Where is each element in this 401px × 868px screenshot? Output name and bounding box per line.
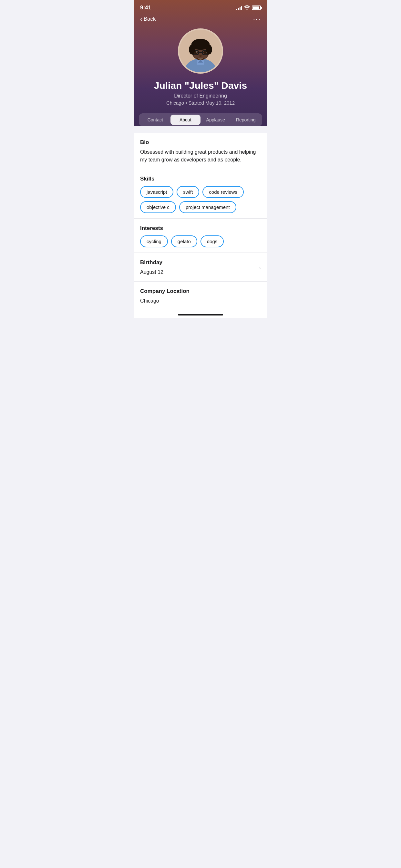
- status-bar: 9:41: [134, 0, 267, 13]
- interest-tag-gelato: gelato: [171, 236, 197, 247]
- interests-tags: cycling gelato dogs: [140, 236, 261, 247]
- home-indicator-area: [134, 310, 267, 318]
- skill-tag-project-management: project management: [179, 201, 236, 213]
- company-location-section: Company Location Chicago: [134, 282, 267, 310]
- profile-location: Chicago • Started May 10, 2012: [134, 100, 267, 105]
- bio-section: Bio Obsessed with building great product…: [134, 133, 267, 169]
- tab-reporting[interactable]: Reporting: [231, 115, 261, 125]
- tab-applause[interactable]: Applause: [201, 115, 231, 125]
- interests-title: Interests: [140, 225, 261, 231]
- back-label: Back: [144, 16, 156, 22]
- skills-section: Skills javascript swift code reviews obj…: [134, 169, 267, 219]
- birthday-section[interactable]: Birthday August 12 ›: [134, 253, 267, 282]
- skill-tag-objective-c: objective c: [140, 201, 176, 213]
- wifi-icon: [244, 5, 250, 11]
- home-bar: [178, 314, 223, 315]
- status-icons: [236, 5, 261, 11]
- tabs-container: Contact About Applause Reporting: [139, 113, 262, 126]
- skill-tag-code-reviews: code reviews: [203, 186, 244, 198]
- tab-about[interactable]: About: [171, 115, 201, 125]
- profile-title: Director of Engineering: [134, 93, 267, 99]
- interest-tag-cycling: cycling: [140, 236, 168, 247]
- company-location-value: Chicago: [140, 297, 261, 305]
- svg-point-14: [196, 51, 197, 53]
- status-time: 9:41: [140, 4, 151, 11]
- bio-title: Bio: [140, 139, 261, 146]
- more-button[interactable]: ···: [253, 15, 261, 23]
- company-location-title: Company Location: [140, 288, 261, 294]
- birthday-title: Birthday: [140, 259, 163, 266]
- interest-tag-dogs: dogs: [201, 236, 224, 247]
- avatar: [178, 28, 223, 73]
- birthday-row[interactable]: Birthday August 12 ›: [140, 259, 261, 276]
- more-dots-icon: ···: [253, 15, 261, 23]
- svg-point-19: [206, 44, 212, 54]
- back-button[interactable]: ‹ Back: [140, 16, 156, 22]
- skills-title: Skills: [140, 176, 261, 182]
- interests-section: Interests cycling gelato dogs: [134, 219, 267, 253]
- back-chevron-icon: ‹: [140, 16, 143, 22]
- content-area: Bio Obsessed with building great product…: [134, 133, 267, 310]
- battery-icon: [252, 5, 261, 10]
- tab-contact[interactable]: Contact: [140, 115, 171, 125]
- profile-name: Julian "Jules" Davis: [134, 80, 267, 91]
- avatar-container: [134, 28, 267, 73]
- skill-tag-swift: swift: [177, 186, 199, 198]
- signal-icon: [236, 5, 242, 10]
- skills-tags: javascript swift code reviews objective …: [140, 186, 261, 213]
- nav-bar: ‹ Back ···: [134, 13, 267, 28]
- birthday-chevron-icon: ›: [259, 265, 261, 271]
- bio-text: Obsessed with building great products an…: [140, 148, 261, 164]
- skill-tag-javascript: javascript: [140, 186, 174, 198]
- svg-point-18: [189, 44, 195, 54]
- svg-point-16: [199, 55, 202, 57]
- birthday-value: August 12: [140, 268, 163, 276]
